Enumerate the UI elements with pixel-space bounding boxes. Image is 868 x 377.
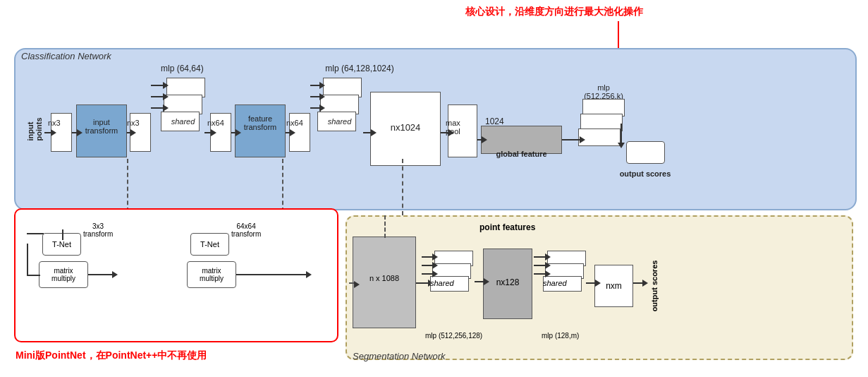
arrow-mlp4-nx128 (475, 281, 484, 282)
nx64-label-1: nx64 (207, 119, 224, 127)
arrow-to-mlp2-mid (310, 96, 320, 97)
mlp-1-label: mlp (64,64) (161, 64, 204, 73)
arrow-mini-2-right (236, 274, 307, 275)
spacer (175, 274, 176, 275)
mlp-2-label: mlp (64,128,1024) (317, 64, 402, 73)
mlp-stack-3 (578, 99, 621, 152)
tnet-2-box: T-Net (190, 233, 229, 256)
arrow-nx64-ftransform (231, 132, 236, 133)
classification-network-label: Classification Network (21, 51, 111, 61)
arrow-to-mlp1-mid (151, 96, 164, 97)
top-annotation: 核心设计，沿维度方向进行最大池化操作 (465, 6, 643, 18)
input-transform-label: inputtransform (76, 118, 127, 135)
arrow-to-mlp1-bot (151, 107, 164, 109)
arrow-into-nx1088 (349, 282, 355, 284)
arrow-mlp2-nx1024 (363, 132, 372, 133)
arrow-to-mlp5-top (534, 256, 546, 258)
arrow-to-mlp5-mid (534, 265, 546, 266)
dashed-to-nx1088 (384, 215, 386, 238)
main-container: 核心设计，沿维度方向进行最大池化操作 Classification Networ… (0, 0, 868, 377)
arrow-to-mlp4-top (422, 256, 433, 258)
arrow-to-mlp4-mid (422, 265, 433, 266)
mlp-4-label: mlp (512,256,128) (425, 332, 482, 340)
matrix-multiply-1-box: matrixmultiply (39, 261, 88, 288)
arrow-mlp5-nxm (586, 282, 596, 284)
nx1088-label: n x 1088 (353, 274, 416, 282)
mini-label: Mini版PointNet，在PointNet++中不再使用 (16, 349, 207, 362)
arrow-ftransform-nx64-2 (286, 132, 291, 133)
dashed-v-1 (127, 159, 128, 212)
shared-4-label: shared (543, 279, 567, 287)
nx3-label-2: nx3 (127, 119, 140, 127)
matrix-multiply-2-box: matrixmultiply (187, 261, 236, 288)
arrow-to-mlp2-top (310, 85, 320, 86)
segmentation-network-label: Segmentation Network (353, 351, 446, 361)
arrow-global-mlp3 (562, 139, 580, 140)
nx128-label: nx128 (483, 277, 532, 287)
output-scores-cls-box (626, 141, 665, 164)
num-1024-label: 1024 (485, 116, 504, 126)
arrow-nx1024-maxpool (441, 132, 449, 133)
arrow-to-mlp2-bot (310, 107, 320, 109)
dashed-v-2 (282, 159, 283, 212)
transform-64x64-label: 64x64transform (231, 222, 261, 238)
nx1024-label: nx1024 (370, 122, 441, 133)
nx3-label-1: nx3 (48, 119, 61, 127)
arrow-itransform-nx3-2 (127, 132, 131, 133)
arrow-mini-1-right (88, 274, 113, 275)
arrow-tnet1-down (62, 229, 63, 240)
transform-3x3-label: 3x3transform (83, 222, 113, 238)
arrow-to-mlp5-bot (534, 273, 546, 275)
nx1088-box (353, 237, 416, 328)
arrow-nxm-output (633, 282, 643, 284)
shared-1-label: shared (161, 117, 205, 126)
arrow-mini-1c (27, 275, 40, 276)
arrow-to-mlp4-bot (422, 273, 433, 275)
mlp-5-label: mlp (128,m) (542, 332, 579, 340)
shared-2-label: shared (317, 117, 362, 126)
arrow-input-nx3 (44, 132, 51, 133)
shared-3-label: shared (430, 279, 454, 287)
nx64-label-2: nx64 (286, 119, 303, 127)
arrow-mlp1-nx64 (204, 132, 212, 133)
arrow-nx3-itransform (72, 132, 78, 133)
arrow-nx1088-mlp4 (416, 282, 429, 284)
mlp-3-label: mlp(512,256,k) (578, 83, 629, 100)
arrow-maxpool-global (477, 139, 482, 140)
arrow-to-mlp1-top (151, 85, 164, 86)
global-feature-label: global feature (481, 150, 562, 158)
arrow-mlp3-output (621, 124, 622, 143)
arrow-mini-1b (27, 244, 28, 275)
output-scores-cls-label: output scores (617, 169, 673, 178)
input-points-label: inputpoints (20, 104, 48, 154)
arrow-mini-1a (27, 233, 44, 234)
feature-transform-label: featuretransform (235, 114, 286, 131)
point-features-label: point features (479, 222, 535, 232)
dashed-v-3 (402, 159, 403, 215)
